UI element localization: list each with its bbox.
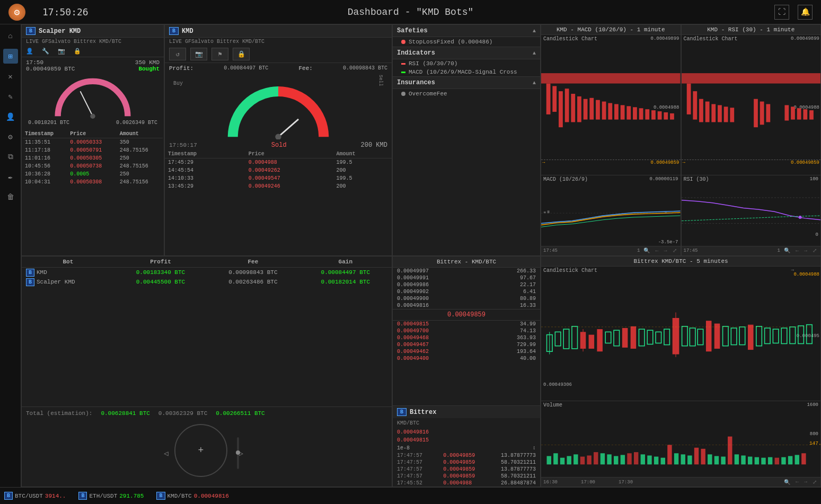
ask-price: 0.00049997 — [393, 268, 480, 275]
tick-size: 1e-8 — [397, 445, 410, 451]
sidebar-pen[interactable]: ✒ — [3, 170, 18, 184]
macd-zoom[interactable]: 🔍 — [642, 247, 651, 254]
svg-rect-124 — [788, 456, 792, 464]
sold-time-row: 17:50:17 Sold 200 KMD — [165, 140, 392, 150]
trade-ts: 10:36:28 — [23, 170, 68, 178]
kmd-btc-label: KMD/BTC — [393, 418, 540, 428]
kmd-btc-time1: 16:30 — [543, 480, 558, 485]
rsi-fit[interactable]: ⤢ — [811, 247, 818, 254]
macd-fit[interactable]: ⤢ — [671, 247, 678, 254]
svg-rect-53 — [555, 332, 561, 346]
ob-ask-row: 0.00049991 97.67 — [393, 275, 540, 281]
kmd-icon-flag[interactable]: ⚑ — [211, 48, 228, 60]
status-price: 0.00049816 — [194, 493, 229, 499]
kmd-btc-time2: 17:00 — [581, 480, 595, 485]
nav-left[interactable]: ◁ — [164, 449, 168, 458]
safeties-panel: Safeties ▲ StopLossFixed (0.000486) Indi… — [392, 24, 541, 256]
safeties-header: Safeties ▲ — [393, 25, 540, 37]
sidebar-trash[interactable]: 🗑 — [3, 190, 18, 205]
macd-right[interactable]: → — [662, 248, 668, 254]
gauge-values: 0.0018201 BTC 0.0026349 BTC — [24, 119, 162, 127]
rsi-right[interactable]: → — [802, 248, 809, 254]
bell-icon[interactable]: 🔔 — [798, 5, 813, 20]
svg-rect-47 — [809, 110, 814, 120]
table-row: 17:45:29 0.0004988 199.5 — [165, 158, 392, 166]
svg-rect-75 — [723, 326, 729, 346]
scalper-icon-cam[interactable]: 📷 — [58, 48, 65, 55]
kmd-btc-left[interactable]: ← — [794, 479, 800, 485]
kmd-icon-refresh[interactable]: ↺ — [169, 48, 186, 60]
sum-col-fee: Fee — [207, 257, 299, 268]
bittrex-badge: B — [397, 408, 407, 416]
kmd-trade-ts: 14:10:33 — [165, 174, 245, 182]
screen-icon[interactable]: ⛶ — [774, 5, 789, 20]
tick1: 0.00049816 — [393, 428, 540, 436]
kmd-trade-price: 0.0004988 — [245, 158, 333, 166]
kmd-btc-right[interactable]: → — [802, 479, 809, 485]
kmd-btc-chart-panel: Bittrex KMD/BTC - 5 minutes Candlestick … — [541, 256, 821, 488]
rsi-zoom[interactable]: 🔍 — [782, 247, 792, 254]
sidebar-user[interactable]: 👤 — [3, 109, 18, 124]
kmd-trade-price: 0.00049262 — [245, 166, 333, 174]
trade-price: 0.00050738 — [68, 162, 117, 170]
bid-price: 0.00049700 — [393, 328, 480, 334]
kmd-table: Timestamp Price Amount 17:45:29 0.000498… — [165, 150, 392, 190]
recent-trade-row: 17:45:52 0.0004988 26.88487874 — [393, 480, 540, 487]
trade-amount: 250 — [118, 154, 163, 162]
svg-rect-55 — [572, 326, 578, 348]
bid-price: 0.00049467 — [393, 341, 480, 348]
safeties-collapse[interactable]: ▲ — [533, 28, 536, 34]
sidebar-copy[interactable]: ⧉ — [3, 149, 18, 164]
status-price: 3914.. — [45, 493, 66, 499]
col-amount: Amount — [118, 130, 163, 138]
bid-price: 0.00049815 — [393, 321, 480, 328]
scalper-icon-user[interactable]: 👤 — [26, 48, 33, 55]
sidebar-home[interactable]: ⌂ — [3, 29, 18, 43]
scalper-icon-lock[interactable]: 🔒 — [74, 48, 81, 55]
svg-rect-22 — [651, 110, 656, 120]
sidebar-settings[interactable]: ⚙ — [3, 129, 18, 144]
status-badge: B — [78, 492, 87, 500]
total-profit: 0.00628841 BTC — [101, 410, 149, 417]
kmd-icon-cam[interactable]: 📷 — [190, 48, 207, 60]
sidebar-tool[interactable]: ✕ — [3, 69, 18, 84]
indicators-collapse[interactable]: ▲ — [533, 50, 536, 56]
macd-left[interactable]: ← — [654, 248, 660, 254]
rsi-lines-svg — [682, 175, 821, 246]
scalper-icon-tool[interactable]: 🔧 — [42, 48, 49, 55]
zoom-slider[interactable] — [237, 437, 239, 469]
sidebar-edit[interactable]: ✎ — [3, 89, 18, 104]
kmd-icon-lock[interactable]: 🔒 — [233, 48, 250, 60]
status-item: B KMD/BTC 0.00049816 — [156, 492, 228, 500]
kmd-btc-controls: 16:30 17:00 17:30 🔍 ← → ⤢ — [541, 477, 820, 487]
bot-profit: 0.00445500 BTC — [114, 277, 207, 287]
safeties-title: Safeties — [397, 27, 428, 34]
kmd-btc-fit[interactable]: ⤢ — [811, 479, 818, 485]
svg-rect-29 — [665, 212, 667, 213]
svg-rect-95 — [594, 452, 598, 464]
rsi-panel: KMD - RSI (30) - 1 minute Candlestick Ch… — [681, 24, 822, 256]
bot-name: BKMD — [22, 267, 114, 277]
svg-rect-114 — [721, 456, 725, 464]
trade-price: 0.00050333 — [68, 138, 117, 147]
svg-rect-116 — [735, 454, 739, 464]
sidebar-grid[interactable]: ⊞ — [3, 49, 18, 64]
ask-amount: 97.67 — [480, 275, 540, 281]
col-timestamp: Timestamp — [23, 130, 68, 138]
rsi-left[interactable]: ← — [794, 248, 800, 254]
topbar: ⚙ 17:50:26 Dashboard - "KMD Bots" ⛶ 🔔 — [0, 0, 821, 24]
svg-point-50 — [798, 216, 801, 219]
macd-time1: 17:45 — [543, 248, 558, 253]
indicator-item: RSI (30/30/70) — [393, 59, 540, 68]
svg-rect-92 — [573, 454, 578, 464]
bid-price: 0.00049400 — [393, 355, 480, 362]
kmd-btc-zoom[interactable]: 🔍 — [782, 479, 792, 485]
insurances-collapse[interactable]: ▲ — [533, 80, 536, 86]
gauge-val1: 0.0018201 BTC — [28, 120, 69, 126]
svg-rect-78 — [748, 324, 754, 349]
fee-val: 0.00098843 BTC — [343, 65, 387, 72]
trade-amount: 58.70321211 — [490, 473, 536, 479]
scalper-time: 17:50 — [26, 59, 75, 66]
ob-ask-row: 0.00049986 22.17 — [393, 281, 540, 288]
svg-rect-4 — [541, 73, 681, 83]
